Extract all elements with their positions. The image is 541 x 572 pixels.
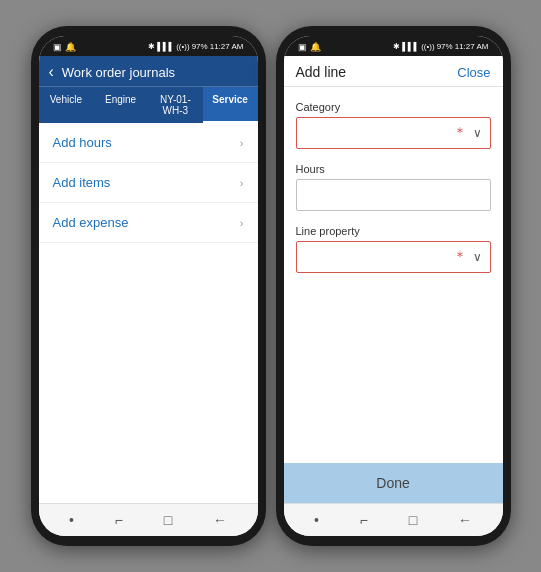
close-button[interactable]: Close bbox=[457, 65, 490, 80]
phone-left: ▣ 🔔 ✱ ▌▌▌ ((•)) 97% 11:27 AM ‹ Work orde… bbox=[31, 26, 266, 546]
status-bar-left: ▣ 🔔 ✱ ▌▌▌ ((•)) 97% 11:27 AM bbox=[39, 36, 258, 56]
time-display-right: 11:27 AM bbox=[455, 42, 489, 51]
recent-apps-button-right[interactable]: ⌐ bbox=[354, 510, 374, 530]
chevron-right-icon: › bbox=[240, 217, 244, 229]
add-items-item[interactable]: Add items › bbox=[39, 163, 258, 203]
hours-input[interactable] bbox=[296, 179, 491, 211]
required-star-category: ＊ bbox=[453, 124, 467, 142]
back-nav-button-right[interactable]: ← bbox=[452, 510, 478, 530]
chevron-right-icon: › bbox=[240, 177, 244, 189]
time-display: 11:27 AM bbox=[210, 42, 244, 51]
signal-icon: ▌▌▌ bbox=[157, 42, 174, 51]
status-bar-right: ▣ 🔔 ✱ ▌▌▌ ((•)) 97% 11:27 AM bbox=[284, 36, 503, 56]
line-property-field: Line property ＊ ∨ bbox=[296, 225, 491, 273]
tab-vehicle[interactable]: Vehicle bbox=[39, 87, 94, 123]
phone-left-screen: ▣ 🔔 ✱ ▌▌▌ ((•)) 97% 11:27 AM ‹ Work orde… bbox=[39, 36, 258, 536]
line-property-input[interactable]: ＊ ∨ bbox=[296, 241, 491, 273]
phone-right-screen: ▣ 🔔 ✱ ▌▌▌ ((•)) 97% 11:27 AM Add line Cl… bbox=[284, 36, 503, 536]
notification-icon: 🔔 bbox=[65, 42, 76, 52]
dot-button-right[interactable]: • bbox=[308, 510, 325, 530]
hours-label: Hours bbox=[296, 163, 491, 175]
tab-engine[interactable]: Engine bbox=[93, 87, 148, 123]
add-line-body: Category ＊ ∨ Hours Line property bbox=[284, 87, 503, 503]
done-button[interactable]: Done bbox=[296, 475, 491, 491]
form-content: Category ＊ ∨ Hours Line property bbox=[284, 87, 503, 463]
bluetooth-icon-right: ✱ bbox=[393, 42, 400, 51]
wifi-icon-right: ((•)) bbox=[421, 42, 434, 51]
status-right-icons-right: ✱ ▌▌▌ ((•)) 97% 11:27 AM bbox=[393, 42, 488, 51]
status-left-icons: ▣ 🔔 bbox=[53, 42, 76, 52]
bluetooth-icon: ✱ bbox=[148, 42, 155, 51]
bottom-nav-right: • ⌐ □ ← bbox=[284, 503, 503, 536]
category-input[interactable]: ＊ ∨ bbox=[296, 117, 491, 149]
home-button[interactable]: □ bbox=[158, 510, 178, 530]
home-button-right[interactable]: □ bbox=[403, 510, 423, 530]
phone-right: ▣ 🔔 ✱ ▌▌▌ ((•)) 97% 11:27 AM Add line Cl… bbox=[276, 26, 511, 546]
back-button[interactable]: ‹ bbox=[49, 64, 54, 80]
category-label: Category bbox=[296, 101, 491, 113]
add-hours-item[interactable]: Add hours › bbox=[39, 123, 258, 163]
battery-level: 97% bbox=[192, 42, 208, 51]
dropdown-arrow-line-property: ∨ bbox=[473, 250, 482, 264]
add-hours-label: Add hours bbox=[53, 135, 112, 150]
status-left-icons-right: ▣ 🔔 bbox=[298, 42, 321, 52]
add-line-title: Add line bbox=[296, 64, 347, 80]
dot-button[interactable]: • bbox=[63, 510, 80, 530]
hours-field: Hours bbox=[296, 163, 491, 211]
wifi-icon: ((•)) bbox=[176, 42, 189, 51]
status-right-icons: ✱ ▌▌▌ ((•)) 97% 11:27 AM bbox=[148, 42, 243, 51]
chevron-right-icon: › bbox=[240, 137, 244, 149]
category-field: Category ＊ ∨ bbox=[296, 101, 491, 149]
notification-icon-right: 🔔 bbox=[310, 42, 321, 52]
camera-icon: ▣ bbox=[53, 42, 62, 52]
signal-icon-right: ▌▌▌ bbox=[402, 42, 419, 51]
bottom-nav-left: • ⌐ □ ← bbox=[39, 503, 258, 536]
page-title: Work order journals bbox=[62, 65, 175, 80]
add-expense-label: Add expense bbox=[53, 215, 129, 230]
work-order-header: ‹ Work order journals bbox=[39, 56, 258, 86]
recent-apps-button[interactable]: ⌐ bbox=[109, 510, 129, 530]
camera-icon-right: ▣ bbox=[298, 42, 307, 52]
line-property-label: Line property bbox=[296, 225, 491, 237]
add-items-label: Add items bbox=[53, 175, 111, 190]
required-star-line-property: ＊ bbox=[453, 248, 467, 266]
add-line-header: Add line Close bbox=[284, 56, 503, 87]
menu-list: Add hours › Add items › Add expense › bbox=[39, 123, 258, 503]
back-nav-button[interactable]: ← bbox=[207, 510, 233, 530]
dropdown-arrow-category: ∨ bbox=[473, 126, 482, 140]
tab-service[interactable]: Service bbox=[203, 87, 258, 123]
done-button-area: Done bbox=[284, 463, 503, 503]
battery-level-right: 97% bbox=[437, 42, 453, 51]
tab-ny01wh3[interactable]: NY-01-WH-3 bbox=[148, 87, 203, 123]
tab-bar: Vehicle Engine NY-01-WH-3 Service bbox=[39, 86, 258, 123]
add-expense-item[interactable]: Add expense › bbox=[39, 203, 258, 243]
